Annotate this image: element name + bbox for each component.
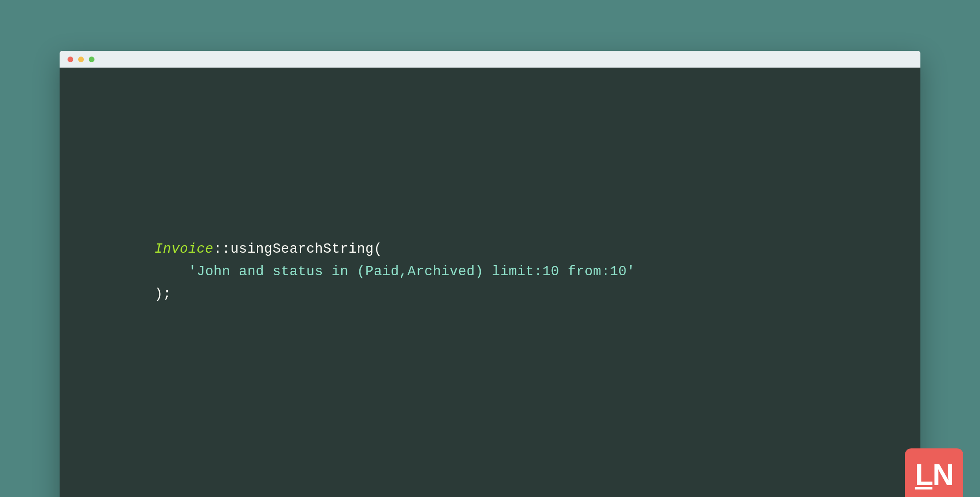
code-indent <box>155 264 188 279</box>
maximize-icon[interactable] <box>89 57 94 62</box>
brand-logo: LN <box>905 448 963 497</box>
code-editor[interactable]: Invoice::usingSearchString( 'John and st… <box>60 68 920 305</box>
code-token-string: 'John and status in (Paid,Archived) limi… <box>188 264 635 279</box>
code-token-method: usingSearchString <box>230 241 374 257</box>
code-token-open-paren: ( <box>374 241 382 257</box>
code-token-scope: :: <box>214 241 230 257</box>
editor-window: Invoice::usingSearchString( 'John and st… <box>60 51 920 497</box>
brand-logo-text: LN <box>915 456 954 489</box>
close-icon[interactable] <box>68 57 73 62</box>
code-token-close: ); <box>155 286 171 302</box>
code-token-class: Invoice <box>155 241 214 257</box>
window-titlebar <box>60 51 920 68</box>
minimize-icon[interactable] <box>78 57 84 62</box>
